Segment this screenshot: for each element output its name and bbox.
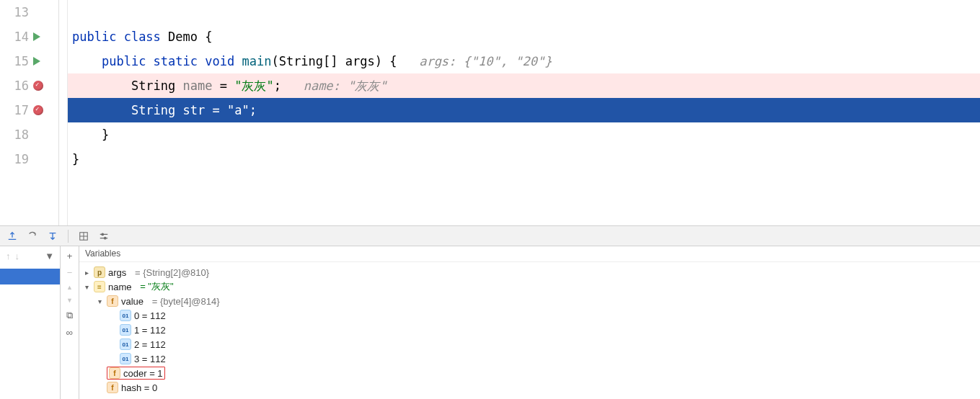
breakpoint-icon[interactable] [33,105,43,115]
filter-icon[interactable]: ▼ [45,251,54,261]
settings-icon[interactable] [99,231,109,241]
indent [72,54,102,68]
expander-icon[interactable]: ▸ [82,269,91,277]
new-watch-icon[interactable]: + [67,251,73,261]
paren: ( [271,54,278,68]
inlay-hint: name: "灰灰" [281,78,387,94]
run-gutter-icon[interactable] [33,32,40,41]
fold-column[interactable] [59,0,68,225]
field-var-icon: f [107,295,118,307]
var-name: value [121,296,144,307]
var-name: args [108,267,126,278]
debug-panel: ↑ ↓ ▼ + − ▲ ▼ ⧉ ∞ Variables ▸ p args = {… [0,246,980,399]
brace: } [102,127,109,142]
keyword: static [154,54,206,68]
semi: ; [274,79,281,93]
class-name: Demo [168,30,205,44]
var-label: 0 = 112 [134,310,166,321]
keyword: public [102,54,154,68]
string-literal: "a" [227,103,250,117]
var-label: coder = 1 [123,368,163,379]
editor-gutter: 13 14 15 16 17 18 19 [0,0,59,225]
keyword: public [72,30,124,44]
highlighted-field: f coder = 1 [107,367,165,380]
variables-header: Variables [79,246,980,262]
field-var-icon: f [107,382,118,393]
svg-point-1 [102,233,103,235]
copy-icon[interactable]: ⧉ [66,310,73,321]
var-name: str [183,103,213,117]
param-type: String[] [279,54,345,68]
var-value: = {String[2]@810} [135,267,209,278]
semi: ; [250,103,257,117]
svg-point-2 [105,237,106,238]
indent [72,103,131,117]
code-area[interactable]: public class Demo { public static void m… [68,0,980,225]
expander-icon[interactable]: ▾ [95,297,104,305]
line-number: 19 [3,152,29,166]
frames-column: ↑ ↓ ▼ [0,246,61,399]
brace: { [205,30,212,44]
remove-watch-icon[interactable]: − [67,267,73,278]
glasses-icon[interactable]: ∞ [66,327,73,338]
op: = [213,103,227,117]
run-gutter-icon[interactable] [33,57,40,66]
field-var-icon: f [109,367,120,379]
param-name: args [345,54,375,68]
line-number: 15 [3,54,29,68]
breakpoint-icon[interactable] [33,81,43,91]
byte-var-icon: 01 [120,353,131,364]
var-name: name [183,79,220,93]
byte-var-icon: 01 [120,324,131,336]
var-label: hash = 0 [121,382,157,393]
line-number: 16 [3,79,29,93]
keyword: void [205,54,242,68]
byte-var-icon: 01 [120,339,131,350]
frame-prev-icon[interactable]: ↑ [6,251,11,261]
string-var-icon: ≡ [94,281,105,292]
indent [72,79,131,93]
variables-toolbar: + − ▲ ▼ ⧉ ∞ [61,246,79,399]
debug-toolbar [0,226,980,246]
inlay-hint: args: {"10", "20"} [397,54,552,68]
var-value: = {byte[4]@814} [152,296,220,307]
frame-next-icon[interactable]: ↓ [15,251,20,261]
grid-icon[interactable] [79,231,89,241]
brace: } [72,152,79,166]
line-number: 17 [3,103,29,117]
var-value: = "灰灰" [140,280,173,293]
type: String [131,79,183,93]
restore-layout-icon[interactable] [7,231,17,241]
method-name: main [242,54,271,68]
code-editor: 13 14 15 16 17 18 19 public class Demo {… [0,0,980,226]
string-literal: "灰灰" [234,78,273,94]
line-number: 13 [3,5,29,19]
line-number: 14 [3,30,29,44]
var-label: 2 = 112 [134,339,166,350]
expander-icon[interactable]: ▾ [82,283,91,291]
selected-frame[interactable] [0,269,60,284]
step-icon[interactable] [27,231,37,241]
byte-var-icon: 01 [120,310,131,321]
var-label: 1 = 112 [134,325,166,336]
move-up-icon[interactable]: ▲ [66,284,73,291]
param-var-icon: p [94,266,105,278]
variables-tree[interactable]: ▸ p args = {String[2]@810} ▾ ≡ name = "灰… [79,262,980,398]
variables-pane: Variables ▸ p args = {String[2]@810} ▾ ≡… [79,246,980,399]
toolbar-separator [68,230,69,243]
line-number: 18 [3,127,29,142]
keyword: class [124,30,168,44]
type: String [131,103,183,117]
var-label: 3 = 112 [134,354,166,364]
step-into-icon[interactable] [48,231,58,241]
paren: ) { [375,54,397,68]
indent [72,127,102,142]
move-down-icon[interactable]: ▼ [66,297,73,304]
var-name: name [108,282,132,292]
op: = [220,79,234,93]
